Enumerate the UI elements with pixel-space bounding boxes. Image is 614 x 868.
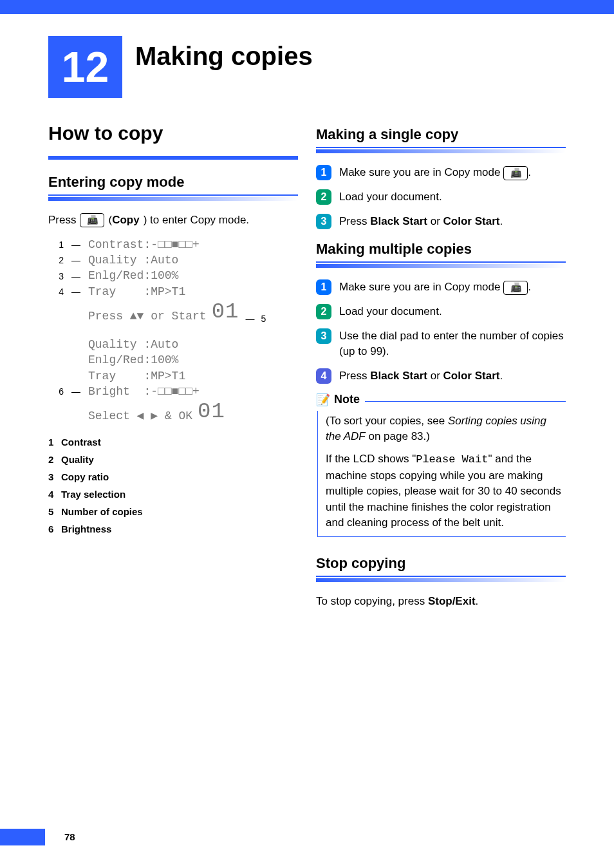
note-body: (To sort your copies, see Sorting copies…: [317, 411, 566, 537]
lcd-line: Quality :Auto: [88, 252, 178, 268]
step-2: 2 Load your document.: [316, 189, 566, 205]
note-rule: [365, 401, 566, 402]
copy-key-icon: 📠: [503, 166, 528, 180]
lcd-line: Bright :-□□■□□+: [88, 384, 200, 399]
subsection-fade: [316, 149, 566, 153]
lcd-line: Contrast:-□□■□□+: [88, 237, 200, 252]
chapter-number: 12: [62, 42, 109, 91]
callout-legend: 1Contrast 2Quality 3Copy ratio 4Tray sel…: [48, 437, 298, 534]
stop-copy-text: To stop copying, press Stop/Exit.: [316, 594, 566, 609]
step-3: 3 Use the dial pad to enter the number o…: [316, 328, 566, 359]
text: (Copy: [108, 212, 139, 228]
callout-5: 5: [261, 314, 270, 324]
step-text: Load your document.: [339, 189, 566, 205]
legend-item: 4Tray selection: [48, 489, 298, 500]
subsection-multiple-copies: Making multiple copies: [316, 241, 566, 258]
step-text: Load your document.: [339, 304, 566, 319]
step-text: Press Black Start or Color Start.: [339, 214, 566, 229]
note-icon: 📝: [316, 393, 330, 407]
step-1: 1 Make sure you are in Copy mode 📠.: [316, 165, 566, 180]
header-bar: [0, 0, 614, 14]
lcd-count: 01: [198, 399, 225, 424]
step-3: 3 Press Black Start or Color Start.: [316, 214, 566, 229]
subsection-fade: [316, 578, 566, 582]
callout-6: 6: [55, 386, 64, 397]
subsection-entering-copy-mode: Entering copy mode: [48, 174, 298, 191]
legend-item: 6Brightness: [48, 524, 298, 534]
text: Press: [48, 212, 76, 228]
step-badge-3: 3: [316, 214, 331, 229]
step-text: Use the dial pad to enter the number of …: [339, 328, 566, 359]
copy-key-icon: 📠: [503, 281, 528, 295]
right-column: Making a single copy 1 Make sure you are…: [316, 122, 566, 618]
step-4: 4 Press Black Start or Color Start.: [316, 368, 566, 384]
lcd-line: Enlg/Red:100%: [88, 352, 178, 368]
step-text: Make sure you are in Copy mode 📠.: [339, 279, 566, 295]
subsection-fade: [316, 264, 566, 268]
step-badge-3: 3: [316, 328, 331, 344]
subsection-rule: [316, 576, 566, 577]
lcd-display-2: Quality :Auto Enlg/Red:100% Tray :MP>T1 …: [55, 337, 298, 424]
lcd-footer: Press ▲▼ or Start: [88, 308, 207, 324]
chapter-title: Making copies: [135, 42, 313, 71]
lcd-line: Quality :Auto: [88, 337, 178, 352]
subsection-rule: [316, 147, 566, 148]
step-1: 1 Make sure you are in Copy mode 📠.: [316, 279, 566, 295]
left-column: How to copy Entering copy mode Press 📠 (…: [48, 122, 298, 618]
legend-item: 3Copy ratio: [48, 471, 298, 482]
step-badge-2: 2: [316, 189, 331, 205]
legend-item: 2Quality: [48, 454, 298, 465]
callout-1: 1: [55, 240, 64, 250]
subsection-single-copy: Making a single copy: [316, 126, 566, 143]
section-how-to-copy: How to copy: [48, 122, 298, 151]
lcd-line: Tray :MP>T1: [88, 368, 185, 384]
step-badge-1: 1: [316, 165, 331, 180]
legend-item: 5Number of copies: [48, 506, 298, 517]
lcd-line: Tray :MP>T1: [88, 284, 185, 299]
step-text: Press Black Start or Color Start.: [339, 368, 566, 384]
callout-3: 3: [55, 271, 64, 281]
lcd-display-1: 1 — Contrast:-□□■□□+ 2 — Quality :Auto 3…: [55, 237, 298, 324]
step-badge-4: 4: [316, 368, 331, 384]
lcd-count: 01: [212, 299, 239, 324]
subsection-rule: [316, 261, 566, 263]
copy-key-icon: 📠: [80, 213, 104, 227]
legend-item: 1Contrast: [48, 437, 298, 448]
subsection-rule: [48, 194, 298, 196]
note-block: 📝 Note (To sort your copies, see Sorting…: [316, 393, 566, 537]
note-label: Note: [334, 393, 360, 406]
text: ) to enter Copy mode.: [144, 212, 249, 228]
chapter-number-box: 12: [48, 36, 122, 98]
step-badge-1: 1: [316, 279, 331, 295]
subsection-fade: [48, 197, 298, 201]
page-tab: [0, 829, 45, 845]
callout-4: 4: [55, 287, 64, 297]
callout-2: 2: [55, 255, 64, 265]
step-badge-2: 2: [316, 304, 331, 319]
lcd-line: Enlg/Red:100%: [88, 268, 178, 283]
step-text: Make sure you are in Copy mode 📠.: [339, 165, 566, 180]
step-2: 2 Load your document.: [316, 304, 566, 319]
lcd-footer: Select ◀ ▶ & OK: [88, 408, 192, 424]
section-rule: [48, 156, 298, 160]
press-copy-instruction: Press 📠 (Copy ) to enter Copy mode.: [48, 212, 298, 228]
subsection-stop-copying: Stop copying: [316, 555, 566, 572]
page-number: 78: [64, 831, 75, 842]
